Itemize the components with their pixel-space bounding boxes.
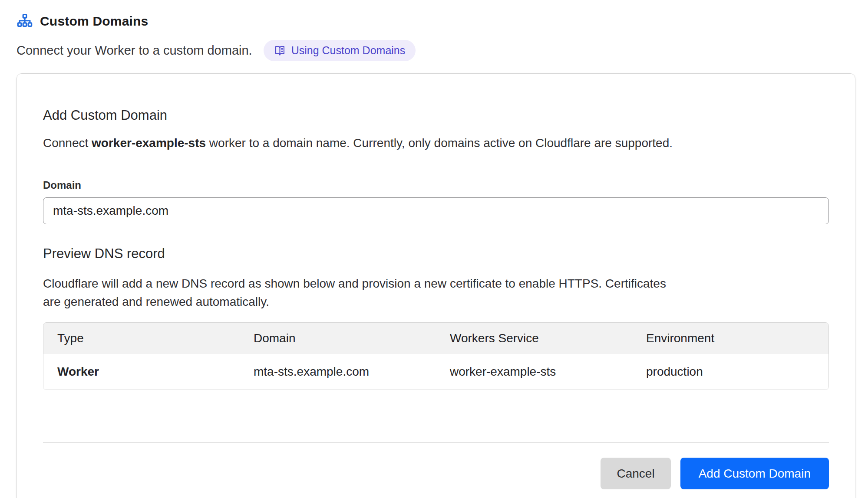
column-header-domain: Domain [240, 323, 436, 354]
preview-dns-description: Cloudflare will add a new DNS record as … [43, 275, 677, 311]
card-intro-text: Connect worker-example-sts worker to a d… [43, 134, 829, 151]
worker-name: worker-example-sts [92, 136, 206, 150]
intro-suffix: worker to a domain name. Currently, only… [206, 136, 673, 150]
custom-domains-page: Custom Domains Connect your Worker to a … [0, 0, 868, 498]
subtitle-row: Connect your Worker to a custom domain. … [17, 40, 851, 61]
domain-input[interactable] [43, 197, 829, 224]
table-header-row: Type Domain Workers Service Environment [43, 323, 828, 354]
column-header-type: Type [43, 323, 240, 354]
page-header: Custom Domains [17, 13, 851, 29]
cell-domain: mta-sts.example.com [240, 354, 436, 390]
cell-environment: production [632, 354, 828, 390]
sitemap-hierarchy-icon [17, 13, 33, 29]
doc-link-label: Using Custom Domains [291, 45, 406, 56]
page-subtitle: Connect your Worker to a custom domain. [17, 43, 252, 58]
preview-dns-heading: Preview DNS record [43, 246, 829, 262]
cell-workers-service: worker-example-sts [436, 354, 632, 390]
domain-field-label: Domain [43, 179, 829, 191]
add-custom-domain-card: Add Custom Domain Connect worker-example… [17, 73, 855, 498]
table-row: Worker mta-sts.example.com worker-exampl… [43, 354, 828, 390]
dns-preview-table: Type Domain Workers Service Environment … [43, 322, 829, 390]
add-custom-domain-button[interactable]: Add Custom Domain [680, 458, 829, 489]
card-footer: Cancel Add Custom Domain [43, 458, 829, 489]
using-custom-domains-link[interactable]: Using Custom Domains [264, 40, 416, 61]
intro-prefix: Connect [43, 136, 92, 150]
card-heading: Add Custom Domain [43, 108, 829, 123]
footer-divider [43, 442, 829, 443]
column-header-environment: Environment [632, 323, 828, 354]
column-header-workers-service: Workers Service [436, 323, 632, 354]
cancel-button[interactable]: Cancel [601, 458, 670, 489]
page-title: Custom Domains [40, 14, 149, 29]
cell-type: Worker [43, 354, 240, 390]
book-open-icon [274, 45, 286, 56]
